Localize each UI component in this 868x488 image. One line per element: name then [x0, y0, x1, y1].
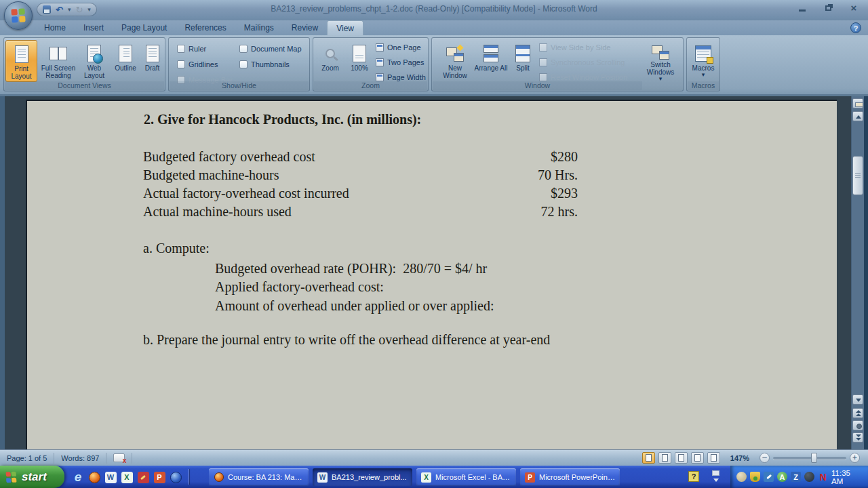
view-web-layout-icon[interactable]: [675, 452, 688, 464]
minimize-button[interactable]: [795, 3, 810, 13]
doc-section-a: a. Compute:: [143, 241, 210, 256]
restore-button[interactable]: [821, 3, 835, 13]
tab-mailings[interactable]: Mailings: [235, 20, 283, 35]
start-button[interactable]: start: [0, 466, 64, 488]
tray-swirl-icon[interactable]: [804, 472, 814, 482]
tray-key-icon[interactable]: [764, 472, 774, 482]
group-label-window: Window: [433, 81, 642, 90]
zoom-level[interactable]: 147%: [724, 454, 756, 462]
split-button[interactable]: Split: [511, 40, 535, 82]
previous-page-icon[interactable]: [852, 408, 863, 418]
thumbnails-checkbox[interactable]: Thumbnails: [239, 59, 290, 70]
doc-a-item: Applied factory-overhead cost:: [215, 279, 384, 295]
doc-row: Actual machine-hours used 72 hrs.: [143, 204, 578, 220]
tray-z-icon[interactable]: Z: [791, 472, 801, 482]
quicklaunch-powerpoint-icon[interactable]: P: [152, 470, 167, 485]
tab-home[interactable]: Home: [35, 20, 75, 35]
quicklaunch-media-icon[interactable]: [168, 470, 183, 485]
proofing-status-icon[interactable]: x: [113, 453, 125, 462]
document-page[interactable]: 2. Give for Hancock Products, Inc. (in m…: [26, 100, 837, 449]
web-layout-button[interactable]: Web Layout: [79, 40, 109, 82]
outline-button[interactable]: Outline: [111, 40, 140, 82]
checkbox-icon: [177, 60, 185, 68]
undo-dropdown-icon[interactable]: ▾: [68, 6, 71, 13]
checkbox-icon: [239, 60, 248, 68]
view-outline-icon[interactable]: [691, 452, 704, 464]
print-layout-icon: [15, 43, 28, 65]
clock[interactable]: 11:35 AM: [831, 469, 868, 485]
scrollbar-thumb[interactable]: [852, 156, 863, 195]
taskbar-window-powerpoint[interactable]: P Microsoft PowerPoint ...: [520, 468, 620, 486]
tab-page-layout[interactable]: Page Layout: [113, 20, 176, 35]
quick-access-toolbar: ↶ ▾ ↻ ▾: [37, 3, 97, 16]
one-page-button[interactable]: One Page: [376, 42, 421, 53]
full-screen-reading-icon: [50, 42, 67, 64]
zoom-in-button[interactable]: +: [850, 453, 860, 463]
group-label-zoom: Zoom: [314, 81, 427, 90]
new-window-button[interactable]: New Window: [439, 40, 471, 82]
macros-icon: [695, 42, 711, 64]
quicklaunch-excel-icon[interactable]: X: [119, 470, 134, 485]
scroll-up-icon[interactable]: [852, 111, 863, 121]
view-print-layout-icon[interactable]: [642, 452, 655, 464]
view-draft-icon[interactable]: [707, 452, 720, 464]
page-count[interactable]: Page: 1 of 5: [0, 454, 54, 462]
view-side-by-side-icon: [539, 43, 547, 52]
word-document-icon: W: [317, 472, 328, 483]
doc-a-item: Amount of overhead under applied or over…: [215, 298, 494, 314]
tray-antivirus-icon[interactable]: A: [777, 472, 787, 482]
macros-dropdown-icon: ▾: [702, 72, 705, 78]
quicklaunch-word-icon[interactable]: W: [103, 470, 118, 485]
tab-insert[interactable]: Insert: [75, 20, 113, 35]
close-button[interactable]: ×: [846, 3, 861, 13]
zoom-out-button[interactable]: –: [760, 453, 770, 463]
print-layout-button[interactable]: Print Layout: [5, 40, 37, 82]
gridlines-checkbox[interactable]: Gridlines: [177, 59, 218, 70]
next-page-icon[interactable]: [852, 432, 863, 443]
tab-references[interactable]: References: [176, 20, 235, 35]
tab-view[interactable]: View: [327, 20, 363, 35]
tray-messenger-icon[interactable]: [736, 472, 747, 482]
draft-button[interactable]: Draft: [141, 40, 163, 82]
taskbar-window-excel[interactable]: X Microsoft Excel - BA2...: [416, 468, 516, 486]
taskbar-chevron-icon[interactable]: [711, 470, 722, 483]
switch-windows-button[interactable]: Switch Windows ▾: [641, 40, 680, 82]
taskbar-window-firefox[interactable]: Course: BA 213: Man...: [209, 468, 309, 486]
qat-customize-icon[interactable]: ▾: [87, 6, 91, 13]
tray-shield-icon[interactable]: [750, 472, 760, 482]
zoom-slider-thumb[interactable]: [811, 453, 817, 463]
zoom-button[interactable]: Zoom: [316, 40, 344, 82]
undo-icon[interactable]: ↶: [56, 5, 63, 14]
ruler-checkbox[interactable]: Ruler: [177, 43, 206, 54]
arrange-all-button[interactable]: Arrange All: [474, 40, 508, 82]
one-page-icon: [376, 43, 384, 52]
synchronous-scrolling-button: Synchronous Scrolling: [539, 57, 625, 68]
macros-button[interactable]: Macros ▾: [689, 40, 717, 82]
taskbar-window-word[interactable]: W BA213_review_probl...: [313, 468, 412, 486]
save-icon[interactable]: [43, 5, 51, 14]
taskbar-help-icon[interactable]: ?: [688, 471, 699, 482]
new-window-icon: [446, 42, 464, 64]
select-browse-object-icon[interactable]: [852, 420, 863, 430]
zoom-100-button[interactable]: 100%: [346, 40, 373, 82]
help-icon[interactable]: ?: [850, 22, 861, 33]
vertical-scrollbar[interactable]: [851, 96, 864, 449]
two-pages-button[interactable]: Two Pages: [376, 57, 424, 68]
scroll-down-icon[interactable]: [852, 394, 863, 405]
office-button[interactable]: [4, 1, 33, 30]
window-right-border: [864, 96, 868, 449]
word-count[interactable]: Words: 897: [54, 454, 106, 462]
quicklaunch-ie-icon[interactable]: e: [71, 470, 85, 485]
statusbar-right: 147% – +: [642, 452, 868, 464]
tray-novell-icon[interactable]: N: [818, 472, 828, 482]
document-map-checkbox[interactable]: Document Map: [239, 43, 302, 54]
arrange-all-icon: [484, 42, 498, 64]
full-screen-reading-button[interactable]: Full Screen Reading: [39, 40, 78, 82]
tab-review[interactable]: Review: [283, 20, 327, 35]
zoom-slider[interactable]: [773, 457, 846, 460]
quicklaunch-firefox-icon[interactable]: [87, 470, 102, 485]
view-full-screen-icon[interactable]: [658, 452, 671, 464]
desktop-screen: ↶ ▾ ↻ ▾ BA213_review_problems_chpt_1-2.d…: [0, 0, 868, 488]
ruler-toggle-icon[interactable]: [852, 98, 863, 108]
quicklaunch-key-icon[interactable]: [136, 470, 151, 485]
